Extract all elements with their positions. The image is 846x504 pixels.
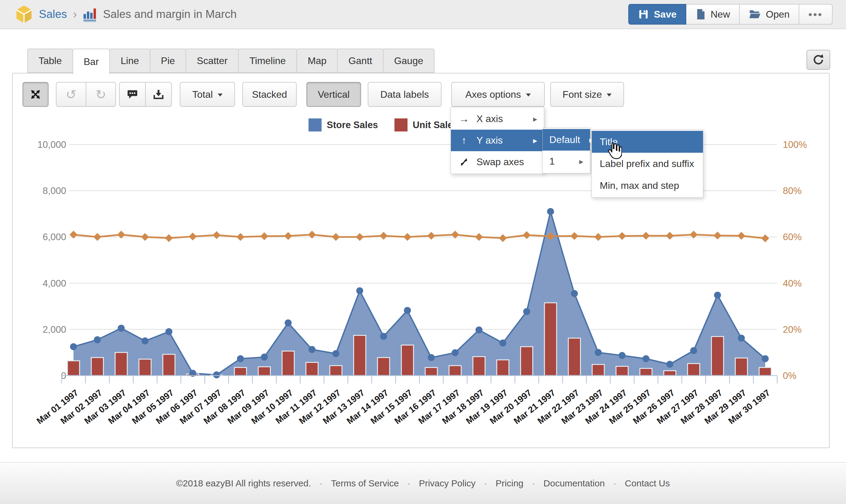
legend-swatch-blue <box>308 119 322 131</box>
more-actions-button[interactable]: ••• <box>799 4 833 24</box>
legend-item-unit-sales[interactable]: Unit Sales <box>394 119 458 131</box>
tab-gantt[interactable]: Gantt <box>337 49 383 73</box>
fit-screen-button[interactable] <box>22 82 49 107</box>
footer-link-documentation[interactable]: Documentation <box>543 478 605 488</box>
breadcrumb-separator-icon: › <box>73 8 77 21</box>
footer-links: ·Terms of Service·Privacy Policy·Pricing… <box>320 478 670 488</box>
open-button[interactable]: Open <box>739 4 799 24</box>
open-folder-icon <box>749 9 761 19</box>
footer-link-terms-of-service[interactable]: Terms of Service <box>331 478 399 488</box>
report-chart-icon <box>83 7 97 22</box>
caret-down-icon <box>607 93 612 96</box>
comment-bubble-icon <box>127 89 138 100</box>
tab-scatter[interactable]: Scatter <box>185 49 239 73</box>
axes-options-menu: → X axis ▸ ↑ Y axis ▸ Swap axes <box>451 107 544 174</box>
swap-axes-icon <box>457 157 470 167</box>
chart-type-tabs: TableBarLinePieScatterTimelineMapGanttGa… <box>28 49 434 74</box>
new-button[interactable]: New <box>686 4 740 24</box>
breadcrumb-sales-link[interactable]: Sales <box>39 8 67 21</box>
export-download-button[interactable] <box>145 82 172 107</box>
footer-separator: · <box>484 478 487 488</box>
menu-item-label-prefix-suffix[interactable]: Label prefix and suffix <box>592 153 703 175</box>
page-title: Sales and margin in March <box>103 8 237 21</box>
footer-link-privacy-policy[interactable]: Privacy Policy <box>419 478 475 488</box>
refresh-icon <box>812 53 825 66</box>
breadcrumb: Sales › Sales and margin in March <box>15 0 237 29</box>
vertical-toggle-button[interactable]: Vertical <box>306 82 361 107</box>
default-axis-submenu: Title Label prefix and suffix Min, max a… <box>592 130 703 198</box>
axes-options-dropdown-button[interactable]: Axes options <box>451 82 545 107</box>
total-dropdown-button[interactable]: Total <box>180 82 235 107</box>
legend-item-store-sales[interactable]: Store Sales <box>308 119 378 131</box>
copyright-text: ©2018 eazyBI All rights reserved. <box>176 478 311 488</box>
menu-item-y-axis[interactable]: ↑ Y axis ▸ <box>451 130 544 151</box>
data-labels-toggle-button[interactable]: Data labels <box>368 82 442 107</box>
right-arrow-icon: → <box>457 113 470 125</box>
eazybi-report-page: Sales › Sales and margin in March <box>0 0 846 504</box>
menu-item-title[interactable]: Title <box>592 131 703 153</box>
menu-item-default[interactable]: Default ▸ <box>543 129 590 150</box>
chart-toolbar: ↺ ↻ Total <box>22 82 624 107</box>
chart-legend: Store Sales Unit Sales <box>308 119 458 131</box>
expand-arrows-icon <box>30 89 41 100</box>
eazybi-logo-icon[interactable] <box>15 5 33 24</box>
font-size-dropdown-button[interactable]: Font size <box>550 82 624 107</box>
menu-item-axis-1[interactable]: 1 ▸ <box>543 150 590 172</box>
redo-icon: ↻ <box>95 87 106 102</box>
menu-item-min-max-step[interactable]: Min, max and step <box>592 175 703 196</box>
submenu-chevron-icon: ▸ <box>579 157 583 166</box>
footer-separator: · <box>320 478 323 488</box>
menu-item-x-axis[interactable]: → X axis ▸ <box>451 108 544 130</box>
footer-separator: · <box>532 478 535 488</box>
tab-line[interactable]: Line <box>109 49 150 73</box>
footer-link-contact-us[interactable]: Contact Us <box>625 478 670 488</box>
redo-button[interactable]: ↻ <box>86 82 116 107</box>
submenu-chevron-icon: ▸ <box>533 114 537 124</box>
comment-export-group <box>119 82 172 107</box>
tab-timeline[interactable]: Timeline <box>238 49 297 73</box>
refresh-button[interactable] <box>807 50 830 70</box>
report-actions: Save New Open ••• <box>629 4 833 24</box>
new-file-icon <box>696 8 706 20</box>
tab-pie[interactable]: Pie <box>150 49 186 73</box>
up-arrow-icon: ↑ <box>457 134 470 146</box>
footer-separator: · <box>613 478 616 488</box>
save-floppy-icon <box>638 9 649 20</box>
tab-gauge[interactable]: Gauge <box>383 49 434 73</box>
legend-swatch-red <box>394 119 408 131</box>
menu-item-swap-axes[interactable]: Swap axes <box>451 151 544 173</box>
footer-link-pricing[interactable]: Pricing <box>496 478 523 488</box>
tab-map[interactable]: Map <box>296 49 338 73</box>
y-axis-submenu: Default ▸ 1 ▸ <box>542 128 590 173</box>
tab-table[interactable]: Table <box>27 49 73 73</box>
comments-button[interactable] <box>119 82 146 107</box>
ellipsis-icon: ••• <box>808 8 823 20</box>
undo-button[interactable]: ↺ <box>56 82 86 107</box>
submenu-chevron-icon: ▸ <box>533 136 537 145</box>
caret-down-icon <box>218 93 222 96</box>
top-bar: Sales › Sales and margin in March <box>0 0 846 29</box>
page-footer: ©2018 eazyBI All rights reserved. ·Terms… <box>0 462 846 504</box>
stacked-toggle-button[interactable]: Stacked <box>242 82 297 107</box>
download-icon <box>153 89 164 100</box>
undo-redo-group: ↺ ↻ <box>56 82 116 107</box>
tab-bar[interactable]: Bar <box>73 49 110 74</box>
caret-down-icon <box>526 93 531 96</box>
save-button[interactable]: Save <box>628 4 686 24</box>
footer-separator: · <box>407 478 410 488</box>
undo-icon: ↺ <box>66 87 76 102</box>
